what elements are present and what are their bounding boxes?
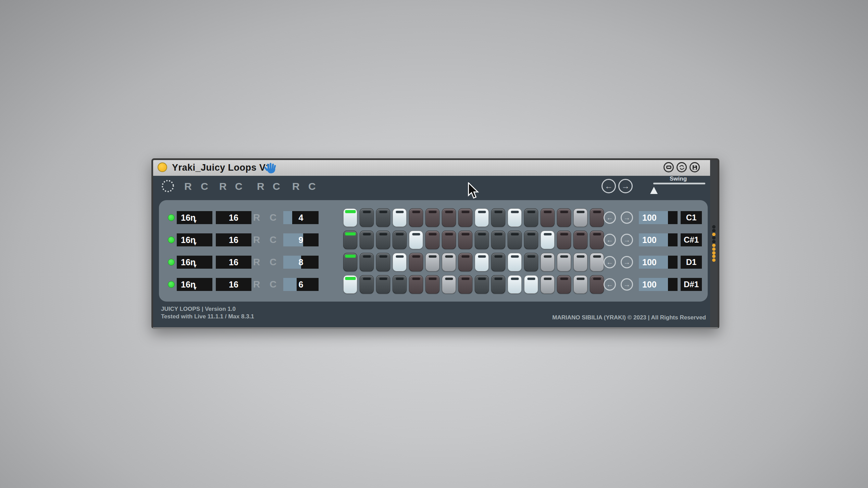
global-clear-3-button[interactable]: C: [273, 181, 280, 192]
step-button[interactable]: [393, 253, 407, 271]
row-randomize-button[interactable]: R: [253, 212, 260, 223]
length-numberbox[interactable]: 16: [216, 211, 251, 224]
step-button[interactable]: [573, 231, 587, 249]
row-clear-button[interactable]: C: [270, 279, 276, 290]
step-button[interactable]: [458, 208, 472, 227]
global-randomize-3-button[interactable]: R: [257, 181, 264, 192]
length-numberbox[interactable]: 16: [216, 256, 251, 269]
row-clear-button[interactable]: C: [270, 212, 276, 223]
rate-dropdown[interactable]: 16n ▼: [177, 278, 212, 291]
note-display[interactable]: D1: [681, 256, 702, 269]
step-button[interactable]: [541, 253, 555, 271]
step-button[interactable]: [491, 231, 505, 249]
velocity-slider[interactable]: 100: [639, 278, 678, 291]
step-button[interactable]: [393, 275, 407, 294]
step-button[interactable]: [343, 208, 357, 227]
step-button[interactable]: [425, 208, 439, 227]
length-numberbox[interactable]: 16: [216, 233, 251, 246]
row-shift-left-button[interactable]: ←: [604, 211, 616, 224]
step-button[interactable]: [491, 253, 505, 271]
row-shift-right-button[interactable]: →: [621, 211, 633, 224]
step-button[interactable]: [491, 208, 505, 227]
save-preset-icon[interactable]: [690, 162, 700, 172]
offset-slider[interactable]: 6: [283, 278, 319, 291]
row-clear-button[interactable]: C: [270, 234, 276, 245]
step-button[interactable]: [475, 231, 489, 249]
global-randomize-2-button[interactable]: R: [219, 181, 227, 192]
step-button[interactable]: [573, 208, 587, 227]
note-display[interactable]: C1: [681, 211, 702, 224]
step-button[interactable]: [541, 231, 555, 249]
row-randomize-button[interactable]: R: [253, 234, 260, 245]
step-button[interactable]: [442, 208, 456, 227]
step-button[interactable]: [524, 231, 538, 249]
global-clear-1-button[interactable]: C: [201, 181, 208, 192]
row-shift-left-button[interactable]: ←: [604, 256, 616, 268]
global-next-button[interactable]: →: [618, 179, 633, 193]
velocity-slider[interactable]: 100: [639, 233, 678, 246]
global-clear-2-button[interactable]: C: [235, 181, 243, 192]
step-button[interactable]: [573, 253, 587, 271]
row-randomize-button[interactable]: R: [253, 279, 260, 290]
velocity-slider[interactable]: 100: [639, 211, 678, 224]
step-button[interactable]: [376, 253, 390, 271]
step-button[interactable]: [425, 231, 439, 249]
step-button[interactable]: [541, 208, 555, 227]
step-button[interactable]: [573, 275, 587, 294]
step-button[interactable]: [376, 231, 390, 249]
track-active-led[interactable]: [168, 259, 175, 266]
offset-slider[interactable]: 9: [283, 233, 319, 246]
step-button[interactable]: [557, 208, 571, 227]
unfold-icon[interactable]: [664, 162, 674, 172]
step-button[interactable]: [491, 275, 505, 294]
step-button[interactable]: [524, 275, 538, 294]
step-button[interactable]: [475, 208, 489, 227]
offset-slider[interactable]: 4: [283, 211, 319, 224]
swing-slider-handle[interactable]: [650, 187, 658, 194]
rate-dropdown[interactable]: 16n ▼: [177, 211, 212, 224]
step-button[interactable]: [409, 253, 423, 271]
global-randomize-1-button[interactable]: R: [184, 181, 192, 192]
step-button[interactable]: [442, 231, 456, 249]
step-button[interactable]: [458, 231, 472, 249]
step-button[interactable]: [409, 275, 423, 294]
row-shift-left-button[interactable]: ←: [604, 234, 616, 246]
step-button[interactable]: [541, 275, 555, 294]
device-titlebar[interactable]: Yraki_Juicy Loops V1: [153, 160, 710, 176]
step-button[interactable]: [557, 231, 571, 249]
global-prev-button[interactable]: ←: [602, 179, 616, 193]
step-button[interactable]: [376, 275, 390, 294]
step-button[interactable]: [442, 275, 456, 294]
note-display[interactable]: C#1: [681, 233, 702, 246]
step-button[interactable]: [360, 275, 374, 294]
track-active-led[interactable]: [168, 281, 175, 288]
step-button[interactable]: [458, 253, 472, 271]
step-button[interactable]: [343, 253, 357, 271]
global-randomize-4-button[interactable]: R: [292, 181, 300, 192]
step-button[interactable]: [409, 231, 423, 249]
rate-dropdown[interactable]: 16n ▼: [177, 256, 212, 269]
row-shift-left-button[interactable]: ←: [604, 278, 616, 291]
step-button[interactable]: [475, 275, 489, 294]
step-button[interactable]: [425, 253, 439, 271]
step-button[interactable]: [590, 208, 604, 227]
step-button[interactable]: [360, 208, 374, 227]
global-clear-4-button[interactable]: C: [308, 181, 316, 192]
step-button[interactable]: [343, 275, 357, 294]
step-button[interactable]: [458, 275, 472, 294]
step-button[interactable]: [343, 231, 357, 249]
step-button[interactable]: [376, 208, 390, 227]
rate-dropdown[interactable]: 16n ▼: [177, 233, 212, 246]
row-clear-button[interactable]: C: [270, 257, 276, 268]
step-button[interactable]: [442, 253, 456, 271]
length-numberbox[interactable]: 16: [216, 278, 251, 291]
track-active-led[interactable]: [168, 214, 175, 221]
step-button[interactable]: [590, 275, 604, 294]
step-button[interactable]: [524, 208, 538, 227]
step-button[interactable]: [508, 231, 522, 249]
note-display[interactable]: D#1: [681, 278, 702, 291]
row-shift-right-button[interactable]: →: [621, 278, 633, 291]
step-button[interactable]: [557, 275, 571, 294]
step-button[interactable]: [508, 275, 522, 294]
device-power-led[interactable]: [158, 162, 167, 172]
